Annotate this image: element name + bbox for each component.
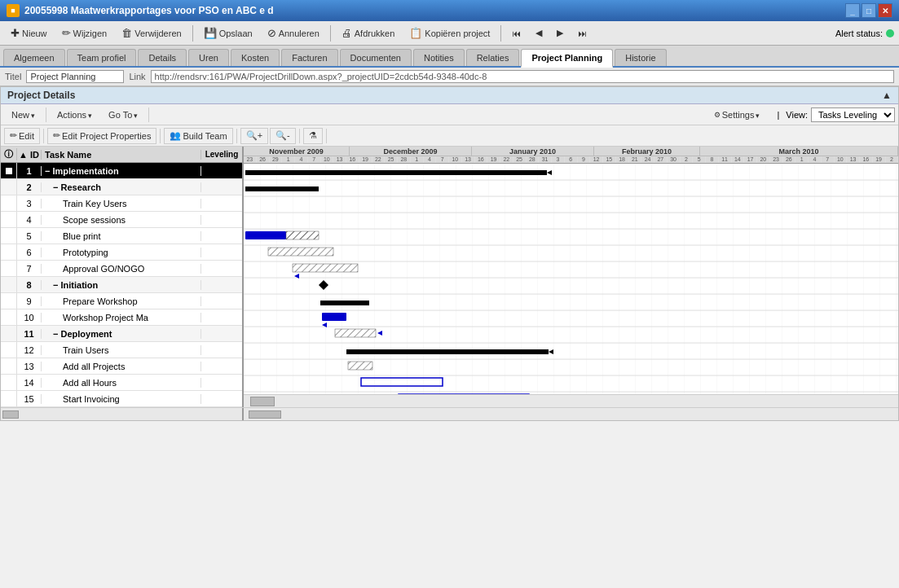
tab-documenten[interactable]: Documenten	[340, 49, 412, 66]
task-row[interactable]: 1 − Implementation	[1, 163, 242, 179]
close-button[interactable]: ✕	[878, 3, 892, 18]
task-row[interactable]: 12 Train Users	[1, 342, 242, 358]
task-row[interactable]: 14 Add all Hours	[1, 375, 242, 391]
cell-name: Add all Projects	[42, 362, 201, 371]
task-scroll-thumb[interactable]	[2, 410, 19, 419]
zoom-in-button[interactable]: 🔍+	[240, 128, 268, 144]
minimize-button[interactable]: _	[845, 3, 860, 18]
tab-uren[interactable]: Uren	[188, 49, 229, 66]
link-input[interactable]	[151, 70, 894, 83]
tab-kosten[interactable]: Kosten	[231, 49, 280, 66]
cell-name: − Deployment	[42, 329, 201, 339]
view-selector: ⚙ Settings | View: Tasks Leveling Gantt …	[707, 108, 895, 122]
copy-icon: 📋	[409, 27, 422, 39]
tab-team-profiel[interactable]: Team profiel	[67, 49, 137, 66]
print-icon: 🖨	[342, 27, 352, 39]
zoom-out-button[interactable]: 🔍-	[270, 128, 296, 144]
annuleren-button[interactable]: ⊘ Annuleren	[262, 24, 325, 42]
separator-3	[500, 25, 501, 42]
filter-button[interactable]: ⚗	[303, 128, 323, 144]
cell-info	[1, 244, 17, 260]
tab-facturen[interactable]: Facturen	[281, 49, 337, 66]
wijzigen-button[interactable]: ✏ Wijzigen	[56, 24, 113, 42]
tab-algemeen[interactable]: Algemeen	[3, 49, 65, 66]
link-label: Link	[129, 72, 145, 81]
edit-project-props-button[interactable]: ✏ Edit Project Properties	[47, 128, 156, 144]
gantt-scroll-thumb[interactable]	[249, 410, 281, 419]
actions-button[interactable]: Actions	[50, 108, 99, 122]
task-row[interactable]: 5 Blue print	[1, 228, 242, 244]
cell-name: Approval GO/NOGO	[42, 264, 201, 274]
cell-name: − Research	[42, 182, 201, 192]
month-feb: February 2010	[594, 147, 700, 156]
tab-details[interactable]: Details	[138, 49, 187, 66]
build-team-button[interactable]: 👥 Build Team	[164, 128, 232, 144]
cell-info	[1, 195, 17, 211]
kopieren-button[interactable]: 📋 Kopiëren project	[403, 24, 496, 42]
task-row[interactable]: 13 Add all Projects	[1, 358, 242, 375]
tab-relaties[interactable]: Relaties	[466, 49, 520, 66]
afdrukken-button[interactable]: 🖨 Afdrukken	[336, 24, 401, 42]
task-row[interactable]: 8 − Initiation	[1, 277, 242, 293]
delete-icon: 🗑	[121, 27, 132, 39]
main-toolbar: ✚ Nieuw ✏ Wijzigen 🗑 Verwijderen 💾 Opsla…	[0, 21, 899, 46]
svg-rect-16	[245, 170, 547, 175]
nav-prev-button[interactable]: ◀	[530, 24, 548, 42]
save-icon: 💾	[204, 27, 217, 39]
cell-name: Train Key Users	[42, 199, 201, 208]
sep-t3-4	[299, 129, 300, 143]
svg-rect-22	[293, 264, 358, 272]
collapse-icon[interactable]: ▲	[882, 90, 892, 101]
url-bar: Titel Link	[0, 68, 899, 86]
sep-t3-5	[326, 129, 327, 143]
task-list-h-scrollbar[interactable]	[1, 407, 898, 420]
task-row[interactable]: 10 Workshop Project Ma	[1, 309, 242, 326]
nav-last-button[interactable]: ⏭	[572, 24, 593, 42]
settings-button[interactable]: ⚙ Settings	[707, 108, 768, 122]
goto-button[interactable]: Go To	[101, 108, 145, 122]
task-row[interactable]: 7 Approval GO/NOGO	[1, 261, 242, 277]
cell-info	[1, 179, 17, 195]
titel-input[interactable]	[26, 70, 124, 83]
gantt-h-scrollbar[interactable]	[244, 394, 898, 407]
cell-id: 14	[17, 378, 42, 388]
new-icon: ✚	[11, 27, 20, 39]
tab-project-planning[interactable]: Project Planning	[521, 49, 613, 68]
month-dec: December 2009	[350, 147, 472, 156]
col-id[interactable]: ▲ ID	[17, 150, 42, 160]
task-row[interactable]: 15 Start Invoicing	[1, 391, 242, 407]
new-button[interactable]: ✚ Nieuw	[5, 24, 53, 42]
scroll-thumb[interactable]	[250, 397, 275, 406]
cell-name: Prototyping	[42, 248, 201, 257]
task-row[interactable]: 4 Scope sessions	[1, 212, 242, 228]
cell-info	[1, 212, 17, 227]
tab-historie[interactable]: Historie	[615, 49, 666, 66]
sep-t2-1	[46, 108, 46, 122]
cell-id: 4	[17, 215, 42, 225]
edit-button[interactable]: ✏ Edit	[4, 128, 40, 144]
tab-notities[interactable]: Notities	[413, 49, 465, 66]
nav-next-button[interactable]: ▶	[551, 24, 569, 42]
col-info: ⓘ	[1, 148, 17, 160]
task-row[interactable]: 9 Prepare Workshop	[1, 293, 242, 309]
new-planning-button[interactable]: New	[4, 108, 42, 122]
sep-t2-2	[148, 108, 149, 122]
nav-first-button[interactable]: ⏮	[506, 24, 527, 42]
tabs-bar: Algemeen Team profiel Details Uren Koste…	[0, 46, 899, 68]
view-dropdown[interactable]: Tasks Leveling Gantt Chart Timeline	[811, 108, 895, 122]
new-dropdown-icon	[31, 110, 35, 120]
task-row[interactable]: 6 Prototyping	[1, 244, 242, 261]
cell-name: Add all Hours	[42, 378, 201, 388]
verwijderen-button[interactable]: 🗑 Verwijderen	[116, 24, 187, 42]
cell-id: 7	[17, 264, 42, 274]
maximize-button[interactable]: □	[862, 3, 876, 18]
gantt-container: ⓘ ▲ ID Task Name Leveling 1 − Implementa…	[1, 147, 898, 407]
cell-id: 9	[17, 296, 42, 306]
opslaan-button[interactable]: 💾 Opslaan	[198, 24, 258, 42]
task-row[interactable]: 11 − Deployment	[1, 326, 242, 342]
task-row[interactable]: 2 − Research	[1, 179, 242, 195]
gantt-rows	[244, 164, 898, 394]
cell-name: Blue print	[42, 231, 201, 241]
task-row[interactable]: 3 Train Key Users	[1, 195, 242, 212]
cell-id: 1	[17, 166, 42, 176]
